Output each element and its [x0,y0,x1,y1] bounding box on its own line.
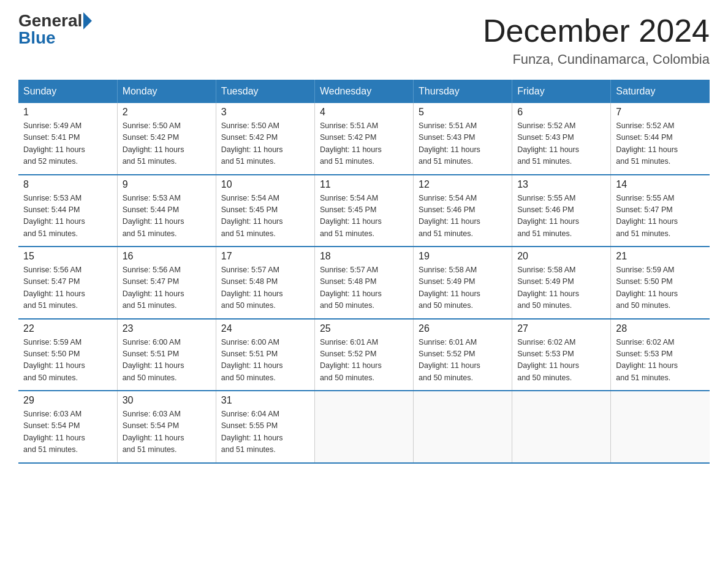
day-number: 13 [517,179,605,190]
day-number: 12 [419,179,507,190]
day-info: Sunrise: 5:56 AMSunset: 5:47 PMDaylight:… [23,264,112,312]
day-number: 6 [517,107,605,118]
day-info: Sunrise: 5:53 AMSunset: 5:44 PMDaylight:… [23,193,112,240]
weekday-header-wednesday: Wednesday [314,80,413,103]
calendar-cell: 1Sunrise: 5:49 AMSunset: 5:41 PMDaylight… [18,103,117,175]
day-number: 19 [419,251,507,262]
calendar-cell: 24Sunrise: 6:00 AMSunset: 5:51 PMDayligh… [216,319,314,391]
calendar-cell: 21Sunrise: 5:59 AMSunset: 5:50 PMDayligh… [611,247,710,319]
calendar-cell: 26Sunrise: 6:01 AMSunset: 5:52 PMDayligh… [414,319,512,391]
day-number: 1 [23,107,112,118]
day-number: 28 [616,323,705,334]
calendar-cell: 13Sunrise: 5:55 AMSunset: 5:46 PMDayligh… [512,175,611,247]
title-section: December 2024 Funza, Cundinamarca, Colom… [483,12,710,67]
calendar-cell: 5Sunrise: 5:51 AMSunset: 5:43 PMDaylight… [414,103,512,175]
day-info: Sunrise: 5:54 AMSunset: 5:46 PMDaylight:… [419,193,507,240]
location-title: Funza, Cundinamarca, Colombia [483,52,710,67]
logo-general: General [18,12,93,29]
day-info: Sunrise: 6:01 AMSunset: 5:52 PMDaylight:… [419,337,507,385]
calendar-cell: 17Sunrise: 5:57 AMSunset: 5:48 PMDayligh… [216,247,314,319]
weekday-header-sunday: Sunday [18,80,117,103]
calendar-table: SundayMondayTuesdayWednesdayThursdayFrid… [18,80,710,464]
day-info: Sunrise: 5:56 AMSunset: 5:47 PMDaylight:… [123,264,211,312]
day-number: 11 [320,179,408,190]
day-number: 30 [123,395,211,406]
calendar-cell [611,391,710,463]
day-info: Sunrise: 5:55 AMSunset: 5:47 PMDaylight:… [616,193,705,240]
day-info: Sunrise: 5:59 AMSunset: 5:50 PMDaylight:… [23,337,112,385]
weekday-header-thursday: Thursday [414,80,512,103]
calendar-cell: 27Sunrise: 6:02 AMSunset: 5:53 PMDayligh… [512,319,611,391]
calendar-cell: 12Sunrise: 5:54 AMSunset: 5:46 PMDayligh… [414,175,512,247]
day-info: Sunrise: 5:51 AMSunset: 5:43 PMDaylight:… [419,120,507,168]
weekday-header-friday: Friday [512,80,611,103]
calendar-cell: 3Sunrise: 5:50 AMSunset: 5:42 PMDaylight… [216,103,314,175]
day-info: Sunrise: 5:58 AMSunset: 5:49 PMDaylight:… [419,264,507,312]
calendar-cell: 23Sunrise: 6:00 AMSunset: 5:51 PMDayligh… [117,319,216,391]
day-number: 2 [123,107,211,118]
calendar-cell: 19Sunrise: 5:58 AMSunset: 5:49 PMDayligh… [414,247,512,319]
calendar-cell: 10Sunrise: 5:54 AMSunset: 5:45 PMDayligh… [216,175,314,247]
day-info: Sunrise: 5:54 AMSunset: 5:45 PMDaylight:… [221,193,309,240]
day-number: 9 [123,179,211,190]
calendar-cell: 30Sunrise: 6:03 AMSunset: 5:54 PMDayligh… [117,391,216,463]
day-number: 31 [221,395,309,406]
day-info: Sunrise: 6:02 AMSunset: 5:53 PMDaylight:… [517,337,605,385]
calendar-cell: 7Sunrise: 5:52 AMSunset: 5:44 PMDaylight… [611,103,710,175]
calendar-cell: 31Sunrise: 6:04 AMSunset: 5:55 PMDayligh… [216,391,314,463]
calendar-week-row: 29Sunrise: 6:03 AMSunset: 5:54 PMDayligh… [18,391,710,463]
day-number: 24 [221,323,309,334]
calendar-cell: 22Sunrise: 5:59 AMSunset: 5:50 PMDayligh… [18,319,117,391]
day-number: 7 [616,107,705,118]
day-info: Sunrise: 5:49 AMSunset: 5:41 PMDaylight:… [23,120,112,168]
calendar-cell: 15Sunrise: 5:56 AMSunset: 5:47 PMDayligh… [18,247,117,319]
day-info: Sunrise: 6:03 AMSunset: 5:54 PMDaylight:… [23,408,112,456]
day-number: 29 [23,395,112,406]
day-number: 17 [221,251,309,262]
logo: General Blue [18,12,93,47]
calendar-cell: 4Sunrise: 5:51 AMSunset: 5:42 PMDaylight… [314,103,413,175]
day-number: 10 [221,179,309,190]
day-number: 4 [320,107,408,118]
month-title: December 2024 [483,12,710,49]
day-info: Sunrise: 5:58 AMSunset: 5:49 PMDaylight:… [517,264,605,312]
day-info: Sunrise: 6:03 AMSunset: 5:54 PMDaylight:… [123,408,211,456]
day-number: 21 [616,251,705,262]
calendar-cell: 8Sunrise: 5:53 AMSunset: 5:44 PMDaylight… [18,175,117,247]
weekday-header-tuesday: Tuesday [216,80,314,103]
day-number: 14 [616,179,705,190]
calendar-week-row: 15Sunrise: 5:56 AMSunset: 5:47 PMDayligh… [18,247,710,319]
calendar-week-row: 22Sunrise: 5:59 AMSunset: 5:50 PMDayligh… [18,319,710,391]
calendar-cell [414,391,512,463]
day-number: 5 [419,107,507,118]
calendar-cell: 6Sunrise: 5:52 AMSunset: 5:43 PMDaylight… [512,103,611,175]
day-info: Sunrise: 5:59 AMSunset: 5:50 PMDaylight:… [616,264,705,312]
day-info: Sunrise: 6:02 AMSunset: 5:53 PMDaylight:… [616,337,705,385]
calendar-cell: 14Sunrise: 5:55 AMSunset: 5:47 PMDayligh… [611,175,710,247]
calendar-cell [314,391,413,463]
day-number: 25 [320,323,408,334]
calendar-cell: 11Sunrise: 5:54 AMSunset: 5:45 PMDayligh… [314,175,413,247]
day-number: 18 [320,251,408,262]
day-number: 15 [23,251,112,262]
day-number: 20 [517,251,605,262]
calendar-cell: 9Sunrise: 5:53 AMSunset: 5:44 PMDaylight… [117,175,216,247]
calendar-cell [512,391,611,463]
weekday-header-saturday: Saturday [611,80,710,103]
day-number: 16 [123,251,211,262]
calendar-week-row: 8Sunrise: 5:53 AMSunset: 5:44 PMDaylight… [18,175,710,247]
calendar-cell: 16Sunrise: 5:56 AMSunset: 5:47 PMDayligh… [117,247,216,319]
day-info: Sunrise: 5:52 AMSunset: 5:43 PMDaylight:… [517,120,605,168]
calendar-cell: 20Sunrise: 5:58 AMSunset: 5:49 PMDayligh… [512,247,611,319]
day-number: 26 [419,323,507,334]
day-info: Sunrise: 5:50 AMSunset: 5:42 PMDaylight:… [221,120,309,168]
day-info: Sunrise: 5:52 AMSunset: 5:44 PMDaylight:… [616,120,705,168]
calendar-cell: 18Sunrise: 5:57 AMSunset: 5:48 PMDayligh… [314,247,413,319]
calendar-cell: 2Sunrise: 5:50 AMSunset: 5:42 PMDaylight… [117,103,216,175]
day-info: Sunrise: 5:53 AMSunset: 5:44 PMDaylight:… [123,193,211,240]
day-info: Sunrise: 6:01 AMSunset: 5:52 PMDaylight:… [320,337,408,385]
weekday-header-monday: Monday [117,80,216,103]
logo-blue-text: Blue [18,29,56,47]
day-number: 22 [23,323,112,334]
day-info: Sunrise: 5:54 AMSunset: 5:45 PMDaylight:… [320,193,408,240]
